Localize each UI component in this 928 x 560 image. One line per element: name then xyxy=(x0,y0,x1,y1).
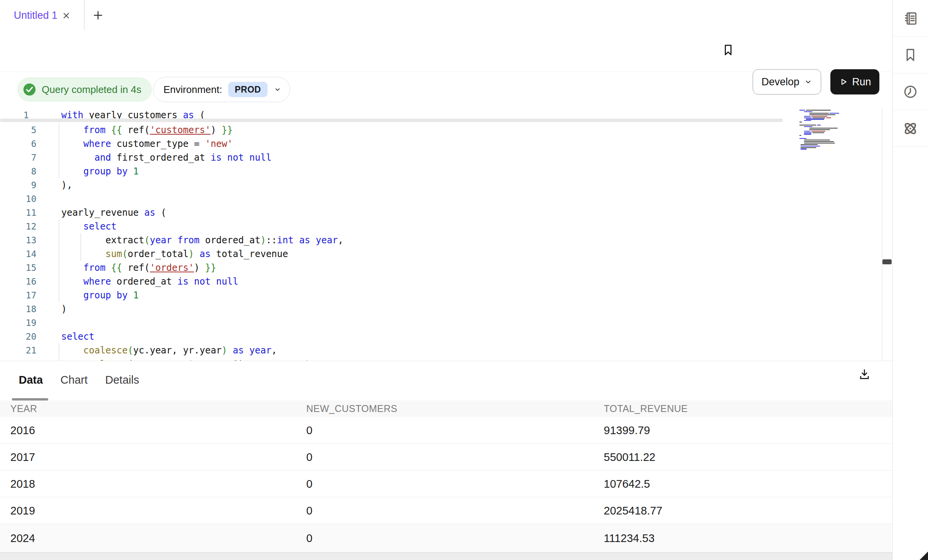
tab-chart[interactable]: Chart xyxy=(60,374,88,386)
minimap-line xyxy=(801,146,820,147)
environment-select[interactable]: Environment: PROD xyxy=(153,77,290,102)
tab-details[interactable]: Details xyxy=(105,374,139,386)
code-line-17[interactable]: 17 group by 1 xyxy=(0,288,881,302)
minimap-line xyxy=(804,117,812,118)
code-line-9[interactable]: 9), xyxy=(0,178,881,192)
close-tab-icon[interactable] xyxy=(61,11,71,21)
code-line-18[interactable]: 18) xyxy=(0,302,881,316)
sidebar-item-bookmarks[interactable] xyxy=(893,37,928,73)
minimap-line xyxy=(806,119,824,119)
sidebar-item-lineage[interactable] xyxy=(893,110,928,147)
line-number: 17 xyxy=(0,288,36,302)
minimap-line xyxy=(806,110,831,111)
table-row[interactable]: 20170550011.22 xyxy=(0,444,892,470)
clock-icon xyxy=(903,84,918,99)
code-editor[interactable]: 1with yearly_customers as (5 from {{ ref… xyxy=(0,107,892,361)
cell-year: 2019 xyxy=(10,497,35,524)
develop-button[interactable]: Develop xyxy=(753,69,821,94)
line-number: 5 xyxy=(0,123,36,137)
horizontal-scrollbar[interactable] xyxy=(0,119,783,122)
code-text: where customer_type = 'new' xyxy=(61,137,233,151)
code-line-20[interactable]: 20select xyxy=(0,330,881,343)
code-text: extract(year from ordered_at)::int as ye… xyxy=(61,233,343,247)
minimap[interactable] xyxy=(799,110,872,152)
minimap-line xyxy=(801,147,816,148)
minimap-line xyxy=(801,148,806,149)
code-line-19[interactable]: 19 xyxy=(0,316,881,330)
check-circle-icon xyxy=(23,83,36,96)
table-row[interactable]: 2016091399.79 xyxy=(0,417,892,444)
code-line-14[interactable]: 14 sum(order_total) as total_revenue xyxy=(0,247,881,261)
line-number: 9 xyxy=(0,178,36,192)
line-number: 6 xyxy=(0,137,36,151)
minimap-line xyxy=(804,111,812,112)
line-number: 14 xyxy=(0,247,36,261)
minimap-line xyxy=(804,132,812,133)
play-icon xyxy=(839,77,848,86)
line-number: 10 xyxy=(0,192,36,206)
cell-total_revenue: 550011.22 xyxy=(604,444,655,470)
tab-untitled-1[interactable]: Untitled 1 xyxy=(14,0,57,31)
code-line-15[interactable]: 15 from {{ ref('orders') }} xyxy=(0,261,881,275)
code-text: select xyxy=(61,220,117,233)
tab-divider xyxy=(84,0,85,30)
resize-corner[interactable] xyxy=(920,552,928,560)
line-number: 19 xyxy=(0,316,36,330)
lineage-knot-icon xyxy=(902,120,918,137)
code-line-7[interactable]: 7 and first_ordered_at is not null xyxy=(0,151,881,164)
tab-bar: Untitled 1 xyxy=(0,0,892,31)
download-icon[interactable] xyxy=(858,368,871,381)
cell-total_revenue: 111234.53 xyxy=(604,524,655,552)
chevron-down-icon xyxy=(804,78,812,86)
minimap-line xyxy=(811,116,828,117)
minimap-line xyxy=(804,140,830,140)
indent-guide xyxy=(59,233,59,247)
cell-year: 2017 xyxy=(10,444,35,470)
run-button[interactable]: Run xyxy=(830,69,879,94)
code-line-22[interactable]: 22 coalesce(yc.new_customers, 0) as new_… xyxy=(0,357,881,361)
code-text: sum(order_total) as total_revenue xyxy=(61,247,288,261)
new-tab-plus-icon[interactable] xyxy=(92,9,104,21)
table-horizontal-scrollbar[interactable] xyxy=(0,552,892,560)
code-line-8[interactable]: 8 group by 1 xyxy=(0,164,881,178)
table-row[interactable]: 20240111234.53 xyxy=(0,524,892,552)
code-line-16[interactable]: 16 where ordered_at is not null xyxy=(0,275,881,288)
line-number: 16 xyxy=(0,275,36,288)
scrollbar-thumb[interactable] xyxy=(882,259,892,264)
sidebar-item-notebook[interactable] xyxy=(893,0,928,37)
notebook-icon xyxy=(903,11,918,26)
code-line-13[interactable]: 13 extract(year from ordered_at)::int as… xyxy=(0,233,881,247)
line-number: 13 xyxy=(0,233,36,247)
cell-new_customers: 0 xyxy=(306,497,312,524)
right-sidebar xyxy=(892,0,928,560)
scrollbar-track xyxy=(882,107,882,361)
minimap-line xyxy=(799,135,801,136)
minimap-line xyxy=(804,143,835,143)
cell-new_customers: 0 xyxy=(306,470,312,497)
line-number: 8 xyxy=(0,164,36,178)
minimap-line xyxy=(812,132,824,133)
minimap-line xyxy=(804,116,810,117)
code-line-10[interactable]: 10 xyxy=(0,192,881,206)
cell-new_customers: 0 xyxy=(306,417,312,444)
develop-label: Develop xyxy=(761,76,799,88)
cell-year: 2016 xyxy=(10,417,35,444)
environment-value-chip: PROD xyxy=(228,82,267,97)
code-line-21[interactable]: 21 coalesce(yc.year, yr.year) as year, xyxy=(0,343,881,357)
minimap-line xyxy=(812,117,825,118)
code-line-5[interactable]: 5 from {{ ref('customers') }} xyxy=(0,123,881,137)
tab-data[interactable]: Data xyxy=(19,374,43,386)
line-number: 20 xyxy=(0,330,36,343)
code-line-11[interactable]: 11yearly_revenue as ( xyxy=(0,206,881,220)
minimap-line xyxy=(804,126,812,127)
code-line-6[interactable]: 6 where customer_type = 'new' xyxy=(0,137,881,151)
table-row[interactable]: 20180107642.5 xyxy=(0,470,892,497)
sidebar-item-history[interactable] xyxy=(893,73,928,110)
query-status-badge: Query completed in 4s xyxy=(17,77,152,102)
line-number: 7 xyxy=(0,151,36,164)
code-line-12[interactable]: 12 select xyxy=(0,220,881,233)
cell-total_revenue: 91399.79 xyxy=(604,417,650,444)
minimap-line xyxy=(811,131,825,132)
bookmark-icon[interactable] xyxy=(722,43,734,57)
table-row[interactable]: 201902025418.77 xyxy=(0,497,892,524)
